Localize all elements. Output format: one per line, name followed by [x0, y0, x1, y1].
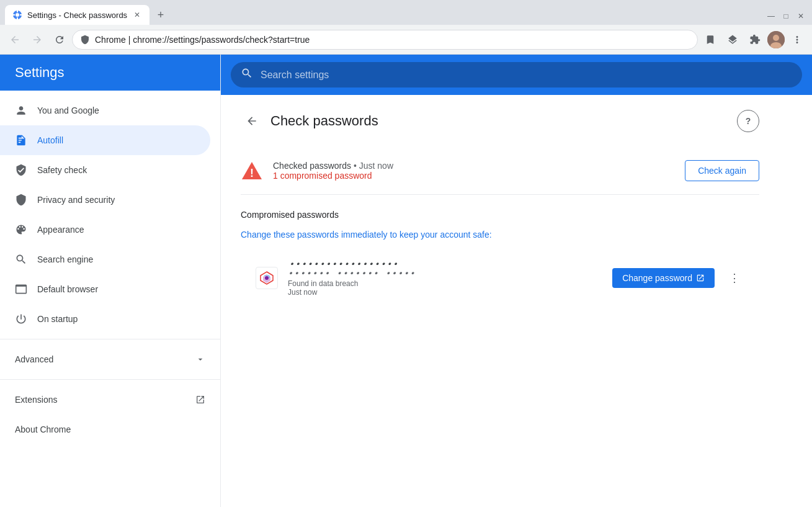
timestamp: Just now: [359, 161, 393, 171]
svg-rect-3: [17, 17, 18, 19]
active-tab[interactable]: Settings - Check passwords ✕: [5, 5, 149, 25]
page-header: Check passwords ?: [241, 110, 759, 132]
sidebar-label-on-startup: On startup: [37, 314, 78, 324]
password-time: Just now: [288, 288, 602, 297]
search-bar-container: [221, 55, 812, 95]
password-masked: ••••••• ••••••• •••••: [288, 269, 602, 278]
reload-button[interactable]: [50, 30, 69, 50]
main-content: Check passwords ? !: [221, 55, 812, 507]
sidebar-item-advanced[interactable]: Advanced: [0, 344, 220, 374]
external-link-icon: [696, 274, 705, 282]
svg-rect-4: [13, 14, 15, 16]
svg-point-1: [16, 13, 19, 17]
sidebar-item-on-startup[interactable]: On startup: [0, 304, 210, 334]
sidebar-item-appearance[interactable]: Appearance: [0, 215, 210, 245]
tab-close-button[interactable]: ✕: [132, 10, 142, 20]
section-title: Compromised passwords: [241, 210, 759, 220]
sidebar-item-safety-check[interactable]: Safety check: [0, 155, 210, 185]
minimize-button[interactable]: —: [765, 10, 777, 22]
sidebar-item-you-and-google[interactable]: You and Google: [0, 96, 210, 125]
sidebar-item-default-browser[interactable]: Default browser: [0, 274, 210, 304]
checked-line: Checked passwords • Just now: [273, 161, 393, 171]
svg-rect-5: [20, 14, 22, 16]
svg-point-7: [773, 35, 779, 41]
autofill-icon: [15, 134, 27, 146]
appearance-icon: [15, 223, 27, 236]
bookmark-button[interactable]: [700, 30, 720, 50]
content-area: Check passwords ? !: [221, 95, 779, 319]
more-options-button[interactable]: ⋮: [725, 268, 744, 288]
window-close-button[interactable]: ✕: [795, 10, 807, 22]
search-engine-icon: [15, 253, 27, 266]
layers-button[interactable]: [723, 30, 743, 50]
sidebar-label-default-browser: Default browser: [37, 284, 98, 294]
sidebar-item-search-engine[interactable]: Search engine: [0, 245, 210, 274]
tab-title: Settings - Check passwords: [27, 11, 127, 20]
page-header-left: Check passwords: [241, 110, 378, 132]
new-tab-button[interactable]: +: [152, 6, 169, 24]
checked-label: Checked passwords: [273, 161, 351, 171]
change-password-button[interactable]: Change password: [612, 268, 715, 288]
status-text: Checked passwords • Just now 1 compromis…: [273, 161, 393, 181]
page-title: Check passwords: [270, 113, 378, 129]
sidebar: Settings You and Google Autofill: [0, 55, 221, 507]
compromised-line: 1 compromised password: [273, 171, 393, 181]
back-nav-button[interactable]: [5, 30, 25, 50]
sidebar-nav: You and Google Autofill Safety check: [0, 91, 220, 449]
user-avatar[interactable]: [767, 31, 785, 48]
status-left: ! Checked passwords • Just now 1 comprom…: [241, 159, 393, 182]
chevron-down-icon: [195, 354, 205, 364]
password-list-item: ‪‫⁠‬‭‌‍​﻿•••••••••••••••••• ••••••• ••••…: [241, 252, 759, 304]
check-again-button[interactable]: Check again: [685, 160, 759, 181]
warning-icon: !: [241, 159, 263, 182]
security-icon: [80, 35, 90, 45]
extensions-button[interactable]: [745, 30, 765, 50]
sidebar-label-you-and-google: You and Google: [37, 105, 99, 115]
sidebar-label-safety-check: Safety check: [37, 165, 87, 175]
password-info: ‪‫⁠‬‭‌‍​﻿•••••••••••••••••• ••••••• ••••…: [288, 259, 602, 297]
password-username: ‪‫⁠‬‭‌‍​﻿••••••••••••••••••: [288, 259, 602, 269]
site-favicon: [256, 267, 278, 289]
breach-label: Found in data breach: [288, 279, 602, 288]
sidebar-item-privacy-security[interactable]: Privacy and security: [0, 185, 210, 215]
menu-button[interactable]: [787, 30, 807, 50]
advanced-label: Advanced: [15, 354, 53, 364]
sidebar-item-about-chrome[interactable]: About Chrome: [0, 415, 220, 444]
sidebar-label-autofill: Autofill: [37, 135, 63, 145]
help-icon: ?: [746, 116, 751, 126]
svg-rect-10: [16, 285, 27, 287]
sidebar-header: Settings: [0, 55, 220, 91]
on-startup-icon: [15, 313, 27, 325]
url-path: /passwords/check?start=true: [199, 35, 310, 45]
status-card: ! Checked passwords • Just now 1 comprom…: [241, 147, 759, 195]
sidebar-item-extensions[interactable]: Extensions: [0, 385, 220, 415]
svg-text:!: !: [250, 167, 254, 179]
search-box[interactable]: [231, 62, 802, 87]
settings-title: Settings: [15, 65, 65, 80]
warning-text: Change these passwords immediately to ke…: [241, 230, 759, 240]
help-button[interactable]: ?: [737, 110, 759, 132]
sidebar-divider-2: [0, 379, 220, 380]
sidebar-label-search-engine: Search engine: [37, 254, 93, 264]
sidebar-divider: [0, 339, 220, 339]
about-label: About Chrome: [15, 424, 71, 434]
svg-point-16: [265, 276, 269, 280]
forward-nav-button[interactable]: [27, 30, 47, 50]
sidebar-label-privacy: Privacy and security: [37, 195, 115, 205]
address-bar[interactable]: Chrome | chrome://settings/passwords/che…: [72, 30, 698, 50]
default-browser-icon: [15, 283, 27, 295]
person-icon: [15, 104, 27, 117]
maximize-button[interactable]: □: [780, 10, 792, 22]
search-input[interactable]: [261, 70, 792, 81]
url-display: Chrome | chrome://settings/passwords/che…: [95, 35, 690, 45]
avatar-image: [767, 31, 785, 48]
tab-favicon: [12, 10, 22, 20]
svg-rect-2: [17, 11, 18, 12]
change-password-label: Change password: [622, 273, 692, 283]
sidebar-item-autofill[interactable]: Autofill: [0, 125, 210, 155]
back-button[interactable]: [241, 110, 263, 132]
compromised-section: Compromised passwords Change these passw…: [241, 210, 759, 304]
sidebar-label-appearance: Appearance: [37, 225, 84, 235]
external-link-icon: [195, 395, 205, 405]
safety-check-icon: [15, 164, 27, 176]
